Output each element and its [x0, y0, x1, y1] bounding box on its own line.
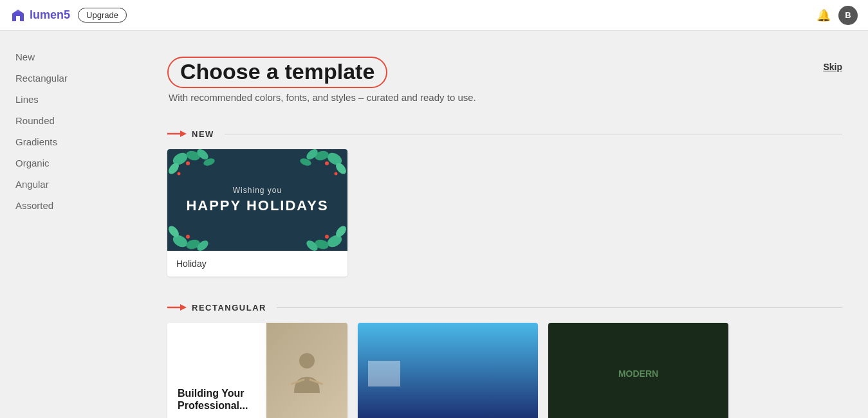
holiday-big-text: HAPPY HOLIDAYS [186, 197, 328, 214]
cards-row-rectangular: Building YourProfessional... [167, 323, 842, 418]
svg-point-22 [186, 235, 190, 239]
header-right: 🔔 B [817, 6, 858, 25]
page-subtitle: With recommended colors, fonts, and styl… [169, 92, 476, 103]
sidebar-item-angular[interactable]: Angular [0, 174, 142, 195]
building-title: Building YourProfessional... [178, 387, 248, 412]
skip-link[interactable]: Skip [823, 62, 842, 72]
header-left: lumen5 Upgrade [10, 8, 127, 23]
building-text-block: Building YourProfessional... [178, 387, 248, 412]
section-header-new: NEW [167, 129, 842, 139]
person-silhouette [266, 323, 347, 418]
notification-icon[interactable]: 🔔 [817, 8, 831, 23]
template-card-blue[interactable]: Blue Gradient [358, 323, 538, 418]
sidebar-item-rounded[interactable]: Rounded [0, 110, 142, 131]
sidebar-item-organic[interactable]: Organic [0, 152, 142, 174]
header: lumen5 Upgrade 🔔 B [0, 0, 868, 31]
logo[interactable]: lumen5 [10, 8, 70, 23]
sidebar-item-rectangular[interactable]: Rectangular [0, 68, 142, 89]
section-divider-rectangular [277, 307, 842, 308]
blue-rect [368, 361, 400, 386]
cards-row-new: Wishing you HAPPY HOLIDAYS Holiday [167, 149, 842, 277]
arrow-right-icon [167, 129, 187, 139]
layout: New Rectangular Lines Rounded Gradients … [0, 31, 868, 418]
section-header-rectangular: RECTANGULAR [167, 302, 842, 313]
upgrade-button[interactable]: Upgrade [78, 8, 127, 23]
rect-img-1: Building YourProfessional... [167, 323, 347, 418]
svg-point-10 [178, 172, 181, 176]
svg-point-9 [186, 161, 190, 165]
svg-point-16 [325, 161, 329, 165]
section-title-rectangular: RECTANGULAR [192, 303, 266, 313]
svg-marker-3 [180, 131, 187, 137]
card-image-holiday: Wishing you HAPPY HOLIDAYS [167, 149, 347, 251]
svg-point-17 [335, 172, 338, 176]
avatar[interactable]: B [838, 6, 858, 25]
building-photo [266, 323, 347, 418]
sidebar-item-gradients[interactable]: Gradients [0, 131, 142, 152]
sidebar-item-new[interactable]: New [0, 46, 142, 68]
logo-icon [10, 8, 26, 23]
section-rectangular: RECTANGULAR Building YourProfessional... [167, 302, 842, 418]
logo-text: lumen5 [30, 8, 70, 22]
svg-point-27 [325, 235, 329, 239]
holiday-small-text: Wishing you [186, 186, 328, 195]
svg-marker-1 [15, 10, 21, 12]
template-card-building[interactable]: Building YourProfessional... [167, 323, 347, 418]
person-svg [288, 348, 326, 399]
card-image-blue [358, 323, 538, 418]
sidebar: New Rectangular Lines Rounded Gradients … [0, 31, 142, 418]
card-image-dark: MODERN [548, 323, 728, 418]
template-card-dark[interactable]: MODERN Dark Modern [548, 323, 728, 418]
section-new: NEW [167, 129, 842, 277]
rect-img-2 [358, 323, 538, 418]
template-card-holiday[interactable]: Wishing you HAPPY HOLIDAYS Holiday [167, 149, 347, 277]
card-image-building: Building YourProfessional... [167, 323, 347, 418]
holiday-bg: Wishing you HAPPY HOLIDAYS [167, 149, 347, 251]
sidebar-item-assorted[interactable]: Assorted [0, 195, 142, 216]
dark-green-text: MODERN [618, 368, 658, 379]
section-title-new: NEW [192, 129, 214, 139]
section-divider-new [225, 134, 842, 134]
svg-point-30 [299, 353, 315, 368]
arrow-right-icon-rect [167, 302, 187, 313]
section-arrow-rectangular [167, 302, 187, 313]
main-content: Choose a template With recommended color… [142, 31, 868, 418]
holiday-content: Wishing you HAPPY HOLIDAYS [186, 186, 328, 214]
page-header: Choose a template With recommended color… [167, 57, 842, 103]
page-title-block: Choose a template With recommended color… [167, 57, 476, 103]
section-arrow-new [167, 129, 187, 139]
page-title: Choose a template [167, 57, 387, 88]
sidebar-item-lines[interactable]: Lines [0, 89, 142, 110]
card-label-holiday: Holiday [167, 251, 347, 277]
rect-img-3: MODERN [548, 323, 728, 418]
svg-marker-29 [180, 304, 187, 311]
